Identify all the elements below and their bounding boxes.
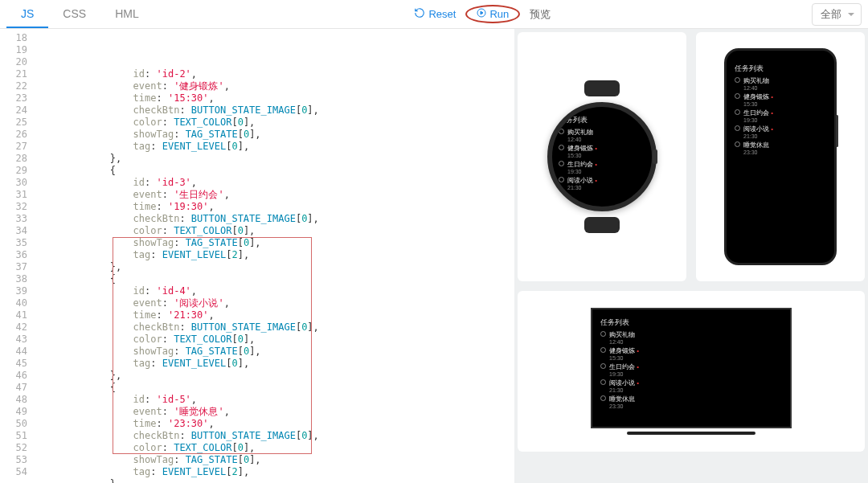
code-line[interactable]: { bbox=[34, 382, 514, 394]
task-checkbox[interactable] bbox=[735, 93, 740, 99]
task-event: 健身锻炼 • bbox=[567, 144, 645, 153]
task-checkbox[interactable] bbox=[559, 177, 564, 182]
task-time: 21:30 bbox=[567, 185, 645, 190]
code-line[interactable]: color: TEXT_COLOR[0], bbox=[34, 225, 514, 237]
run-button[interactable]: Run bbox=[465, 5, 520, 23]
task-item[interactable]: 睡觉休息23:30 bbox=[600, 395, 782, 409]
code-line[interactable]: }, bbox=[34, 478, 514, 483]
code-line[interactable]: showTag: TAG_STATE[0], bbox=[34, 237, 514, 249]
code-line[interactable]: color: TEXT_COLOR[0], bbox=[34, 334, 514, 346]
task-item[interactable]: 购买礼物12:40 bbox=[735, 76, 826, 91]
phone-side-button bbox=[836, 115, 838, 147]
code-line[interactable]: event: '健身锻炼', bbox=[34, 80, 514, 92]
task-item[interactable]: 生日约会 •19:30 bbox=[600, 362, 782, 377]
tab-hml[interactable]: HML bbox=[100, 1, 154, 28]
task-item[interactable]: 健身锻炼 •15:30 bbox=[559, 144, 645, 158]
code-line[interactable]: event: '阅读小说', bbox=[34, 297, 514, 309]
task-time: 12:40 bbox=[609, 339, 782, 345]
task-item[interactable]: 健身锻炼 •15:30 bbox=[600, 346, 782, 361]
svg-marker-1 bbox=[481, 11, 483, 14]
task-checkbox[interactable] bbox=[559, 129, 564, 134]
task-item[interactable]: 阅读小说 •21:30 bbox=[735, 125, 826, 139]
task-checkbox[interactable] bbox=[600, 395, 606, 401]
priority-dot-icon: • bbox=[771, 109, 773, 117]
tab-js[interactable]: JS bbox=[6, 1, 48, 28]
task-time: 19:30 bbox=[609, 371, 782, 377]
line-number: 28 bbox=[3, 153, 27, 165]
code-line[interactable]: showTag: TAG_STATE[0], bbox=[34, 129, 514, 141]
tv-screen: 任务列表 购买礼物12:40健身锻炼 •15:30生日约会 •19:30阅读小说… bbox=[591, 308, 792, 428]
line-number: 30 bbox=[3, 177, 27, 189]
code-line[interactable]: id: 'id-4', bbox=[34, 285, 514, 297]
code-line[interactable]: }, bbox=[34, 261, 514, 273]
code-line[interactable]: tag: EVENT_LEVEL[0], bbox=[34, 358, 514, 370]
code-line[interactable]: id: 'id-3', bbox=[34, 177, 514, 189]
task-event: 睡觉休息 bbox=[743, 141, 826, 149]
code-line[interactable]: }, bbox=[34, 370, 514, 382]
code-line[interactable]: id: 'id-5', bbox=[34, 394, 514, 406]
code-line[interactable]: }, bbox=[34, 153, 514, 165]
tab-css[interactable]: CSS bbox=[48, 1, 100, 28]
code-line[interactable]: color: TEXT_COLOR[0], bbox=[34, 442, 514, 454]
line-number: 20 bbox=[3, 56, 27, 68]
code-line[interactable]: time: '23:30', bbox=[34, 418, 514, 430]
code-line[interactable]: checkBtn: BUTTON_STATE_IMAGE[0], bbox=[34, 104, 514, 117]
tv-preview-card: 任务列表 购买礼物12:40健身锻炼 •15:30生日约会 •19:30阅读小说… bbox=[518, 291, 865, 452]
line-number: 35 bbox=[3, 237, 27, 249]
task-item[interactable]: 购买礼物12:40 bbox=[600, 330, 782, 345]
code-line[interactable]: time: '21:30', bbox=[34, 309, 514, 321]
code-line[interactable]: checkBtn: BUTTON_STATE_IMAGE[0], bbox=[34, 213, 514, 225]
task-checkbox[interactable] bbox=[600, 379, 606, 385]
task-checkbox[interactable] bbox=[735, 125, 740, 131]
line-gutter: 1819202122232425262728293031323334353637… bbox=[0, 29, 34, 483]
code-line[interactable]: checkBtn: BUTTON_STATE_IMAGE[0], bbox=[34, 430, 514, 442]
line-number: 52 bbox=[3, 442, 27, 454]
task-checkbox[interactable] bbox=[559, 145, 564, 150]
line-number: 46 bbox=[3, 370, 27, 382]
code-line[interactable]: event: '生日约会', bbox=[34, 189, 514, 201]
code-line[interactable]: tag: EVENT_LEVEL[2], bbox=[34, 466, 514, 478]
code-line[interactable]: showTag: TAG_STATE[0], bbox=[34, 454, 514, 466]
task-item[interactable]: 购买礼物12:40 bbox=[559, 128, 645, 142]
task-checkbox[interactable] bbox=[559, 161, 564, 166]
line-number: 53 bbox=[3, 454, 27, 466]
task-checkbox[interactable] bbox=[735, 109, 740, 115]
task-item[interactable]: 健身锻炼 •15:30 bbox=[735, 92, 826, 107]
line-number: 24 bbox=[3, 104, 27, 117]
task-item[interactable]: 生日约会 •19:30 bbox=[559, 160, 645, 174]
code-line[interactable]: time: '15:30', bbox=[34, 92, 514, 104]
code-line[interactable]: tag: EVENT_LEVEL[2], bbox=[34, 249, 514, 261]
line-number: 32 bbox=[3, 201, 27, 213]
reset-button[interactable]: Reset bbox=[407, 4, 462, 24]
code-line[interactable]: color: TEXT_COLOR[0], bbox=[34, 117, 514, 129]
task-checkbox[interactable] bbox=[735, 77, 740, 83]
topbar-right: Reset Run 预览 bbox=[407, 4, 557, 24]
task-item[interactable]: 生日约会 •19:30 bbox=[735, 108, 826, 123]
task-item[interactable]: 阅读小说 •21:30 bbox=[600, 379, 782, 393]
code-line[interactable]: tag: EVENT_LEVEL[0], bbox=[34, 141, 514, 153]
code-line[interactable]: { bbox=[34, 273, 514, 285]
line-number: 39 bbox=[3, 285, 27, 297]
watch-device: 任务列表 购买礼物12:40健身锻炼 •15:30生日约会 •19:30阅读小说… bbox=[542, 80, 662, 233]
code-line[interactable]: event: '睡觉休息', bbox=[34, 406, 514, 418]
line-number: 23 bbox=[3, 92, 27, 104]
code-line[interactable]: checkBtn: BUTTON_STATE_IMAGE[0], bbox=[34, 321, 514, 334]
code-editor[interactable]: 1819202122232425262728293031323334353637… bbox=[0, 29, 514, 483]
line-number: 29 bbox=[3, 165, 27, 177]
filter-dropdown[interactable]: 全部 bbox=[812, 3, 862, 26]
code-content[interactable]: id: 'id-2', event: '健身锻炼', time: '15:30'… bbox=[34, 29, 514, 483]
task-checkbox[interactable] bbox=[600, 331, 606, 337]
code-line[interactable]: showTag: TAG_STATE[0], bbox=[34, 346, 514, 358]
task-item[interactable]: 阅读小说 •21:30 bbox=[559, 176, 645, 190]
task-checkbox[interactable] bbox=[735, 141, 740, 147]
task-checkbox[interactable] bbox=[600, 347, 606, 353]
line-number: 22 bbox=[3, 80, 27, 92]
tv-stand bbox=[627, 432, 755, 435]
code-line[interactable]: id: 'id-2', bbox=[34, 68, 514, 80]
code-line[interactable]: time: '19:30', bbox=[34, 201, 514, 213]
task-time: 15:30 bbox=[609, 355, 782, 361]
line-number: 50 bbox=[3, 418, 27, 430]
task-item[interactable]: 睡觉休息23:30 bbox=[735, 141, 826, 155]
code-line[interactable]: { bbox=[34, 165, 514, 177]
task-checkbox[interactable] bbox=[600, 363, 606, 369]
